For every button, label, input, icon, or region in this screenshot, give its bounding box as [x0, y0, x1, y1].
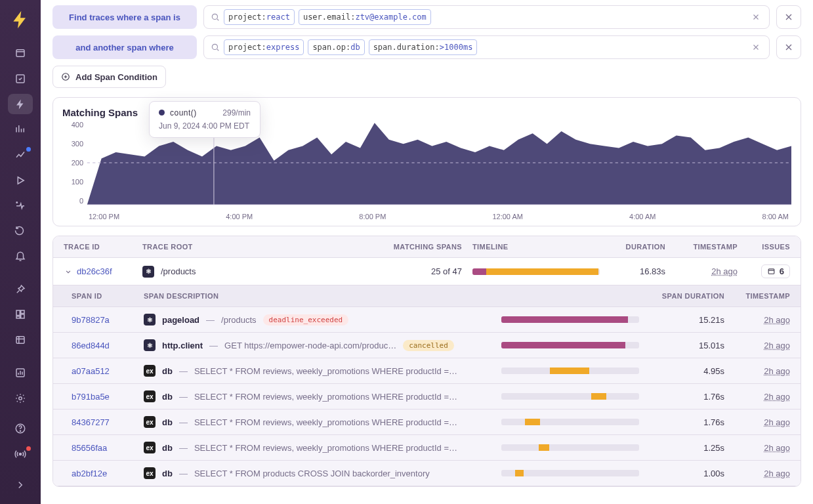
span-row[interactable]: ab2bf12eexdb—SELECT * FROM products CROS…: [53, 461, 801, 486]
nav-traces[interactable]: [8, 94, 33, 114]
issues-pill[interactable]: 6: [761, 264, 790, 278]
nav-crons[interactable]: [8, 246, 33, 266]
span-timestamp: 2h ago: [764, 341, 790, 350]
trace-id-cell[interactable]: db26c36f: [64, 266, 142, 276]
span-duration: 1.00s: [639, 469, 724, 478]
condition-label-2: and another span where: [52, 35, 197, 59]
chart-tooltip: count() 299/min Jun 9, 2024 4:00 PM EDT: [149, 101, 261, 138]
th-trace-root: TRACE ROOT: [142, 243, 377, 251]
remove-condition-1[interactable]: [776, 5, 801, 29]
svg-point-13: [212, 14, 217, 19]
nav-broadcast[interactable]: [8, 444, 33, 465]
tooltip-datetime: Jun 9, 2024 4:00 PM EDT: [159, 121, 251, 131]
search-tokens-1: project:reactuser.email:ztv@example.com: [224, 9, 745, 25]
span-timeline-bar: [501, 444, 639, 451]
search-icon: [211, 43, 220, 52]
span-row[interactable]: b791ba5eexdb—SELECT * FROM reviews, week…: [53, 384, 801, 410]
clear-icon[interactable]: [749, 41, 762, 54]
logo-icon: [10, 9, 31, 30]
y-axis-labels: 4003002001000: [62, 121, 86, 205]
nav-pin[interactable]: [8, 279, 33, 299]
traces-table-header: TRACE ID TRACE ROOT MATCHING SPANS TIMEL…: [53, 236, 801, 258]
tooltip-swatch: [159, 110, 165, 116]
filter-token[interactable]: span.op:db: [308, 39, 364, 55]
filter-token[interactable]: project:express: [224, 39, 304, 55]
svg-rect-19: [768, 269, 774, 274]
nav-discover[interactable]: [8, 330, 33, 350]
project-icon-express: ex: [144, 390, 156, 402]
span-id-link[interactable]: 84367277: [72, 417, 144, 427]
search-input-2[interactable]: project:expressspan.op:dbspan.duration:>…: [203, 35, 770, 59]
trace-timestamp: 2h ago: [711, 266, 738, 276]
span-id-link[interactable]: 85656faa: [72, 443, 144, 453]
span-id-link[interactable]: 9b78827a: [72, 315, 144, 325]
span-id-link[interactable]: ab2bf12e: [72, 469, 144, 478]
span-desc: exdb—SELECT * FROM products CROSS JOIN b…: [144, 467, 501, 479]
span-duration: 15.01s: [639, 341, 724, 350]
project-icon-react: ⚛: [144, 339, 156, 351]
project-icon-express: ex: [144, 416, 156, 428]
span-timeline-bar: [501, 419, 639, 425]
th-trace-id: TRACE ID: [64, 243, 142, 251]
th-timestamp: TIMESTAMP: [665, 243, 738, 251]
svg-rect-5: [21, 314, 24, 318]
span-timeline-bar: [501, 342, 639, 348]
span-desc: ⚛http.client—GET https://empower-node-ap…: [144, 339, 501, 351]
th-span-desc: SPAN DESCRIPTION: [144, 292, 501, 300]
span-row[interactable]: 9b78827a⚛pageload—/products deadline_exc…: [53, 307, 801, 333]
sidebar-collapse[interactable]: [8, 474, 33, 495]
svg-point-14: [212, 44, 217, 49]
remove-condition-2[interactable]: [776, 35, 801, 59]
span-row[interactable]: 84367277exdb—SELECT * FROM reviews, week…: [53, 410, 801, 435]
search-tokens-2: project:expressspan.op:dbspan.duration:>…: [224, 39, 745, 55]
nav-releases[interactable]: [8, 196, 33, 216]
span-id-link[interactable]: b791ba5e: [72, 392, 144, 402]
span-duration: 15.21s: [639, 315, 724, 325]
svg-rect-4: [21, 310, 24, 314]
spans-subtable: SPAN ID SPAN DESCRIPTION SPAN DURATION T…: [53, 285, 801, 486]
project-icon-express: ex: [144, 442, 156, 453]
span-id-link[interactable]: a07aa512: [72, 366, 144, 376]
nav-help[interactable]: [8, 419, 33, 439]
add-span-condition-button[interactable]: Add Span Condition: [52, 66, 166, 88]
filter-token[interactable]: span.duration:>1000ms: [369, 39, 478, 55]
span-row[interactable]: 86ed844d⚛http.client—GET https://empower…: [53, 333, 801, 358]
trace-row[interactable]: db26c36f ⚛ /products 25 of 47 16.83s 2h …: [53, 258, 801, 285]
span-timestamp: 2h ago: [764, 366, 790, 376]
status-badge: cancelled: [403, 340, 454, 351]
nav-dashboards[interactable]: [8, 304, 33, 325]
th-span-id: SPAN ID: [72, 292, 144, 300]
span-desc: ⚛pageload—/products deadline_exceeded: [144, 314, 501, 326]
span-duration: 1.25s: [639, 443, 724, 453]
plus-circle-icon: [61, 72, 70, 81]
span-timeline-bar: [501, 393, 639, 400]
nav-profiling[interactable]: [8, 119, 33, 140]
search-input-1[interactable]: project:reactuser.email:ztv@example.com: [203, 5, 770, 29]
nav-activity[interactable]: [8, 221, 33, 242]
span-row[interactable]: a07aa512exdb—SELECT * FROM reviews, week…: [53, 358, 801, 384]
issues-count: 6: [780, 266, 784, 276]
th-timeline: TIMELINE: [462, 243, 600, 251]
nav-issues[interactable]: [8, 69, 33, 89]
issue-icon: [767, 267, 776, 276]
trace-id-link[interactable]: db26c36f: [77, 266, 112, 276]
svg-rect-3: [16, 310, 20, 316]
span-duration: 1.76s: [639, 417, 724, 427]
span-timeline-bar: [501, 368, 639, 374]
clear-icon[interactable]: [749, 10, 762, 24]
nav-projects[interactable]: [8, 43, 33, 64]
nav-replays[interactable]: [8, 170, 33, 190]
nav-stats[interactable]: [8, 363, 33, 383]
th-span-ts: TIMESTAMP: [724, 292, 790, 300]
traces-table: TRACE ID TRACE ROOT MATCHING SPANS TIMEL…: [52, 236, 801, 487]
filter-token[interactable]: project:react: [224, 9, 295, 25]
filter-token[interactable]: user.email:ztv@example.com: [299, 9, 431, 25]
nav-settings[interactable]: [8, 388, 33, 408]
condition-label-1: Find traces where a span is: [52, 5, 197, 29]
nav-performance[interactable]: [8, 145, 33, 165]
project-icon-express: ex: [144, 467, 156, 479]
span-row[interactable]: 85656faaexdb—SELECT * FROM reviews, week…: [53, 435, 801, 461]
span-id-link[interactable]: 86ed844d: [72, 341, 144, 350]
span-timestamp: 2h ago: [764, 392, 790, 402]
project-icon-express: ex: [144, 365, 156, 377]
